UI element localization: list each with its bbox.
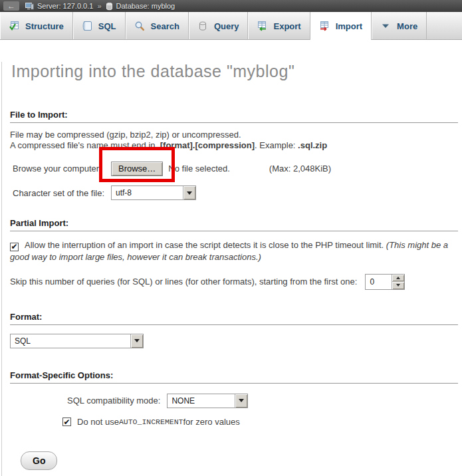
spin-up-icon[interactable]	[392, 275, 404, 282]
auto-increment-label-prefix: Do not use	[77, 417, 119, 427]
back-arrow-icon[interactable]: ←	[3, 1, 19, 11]
format-selected-value: SQL	[11, 334, 130, 348]
sql-compat-select[interactable]: NONE	[167, 394, 248, 408]
browse-row: Browse your computer: Browse… No file se…	[10, 160, 459, 177]
breadcrumb: ← Server: 127.0.0.1 » Database: myblog	[0, 0, 462, 12]
auto-increment-keyword: AUTO_INCREMENT	[119, 417, 183, 426]
skip-queries-label: Skip this number of queries (for SQL) or…	[10, 277, 357, 287]
charset-select[interactable]: utf-8	[111, 185, 196, 200]
export-icon	[257, 21, 267, 31]
breadcrumb-database[interactable]: Database: myblog	[116, 2, 175, 10]
auto-increment-row: ✔Do not use AUTO_INCREMENT for zero valu…	[10, 417, 459, 427]
page-title: Importing into the database "myblog"	[11, 62, 459, 81]
allow-interruption-checkbox[interactable]: ✔	[10, 243, 19, 251]
tab-label: Query	[214, 21, 239, 31]
charset-selected-value: utf-8	[112, 186, 183, 199]
spin-down-icon[interactable]	[392, 281, 404, 289]
skip-queries-input[interactable]: 0	[365, 274, 405, 290]
filename-pattern: .[format].[compression]	[158, 140, 255, 150]
tab-more[interactable]: More	[372, 12, 427, 40]
max-size-note: (Max: 2,048KiB)	[269, 164, 331, 174]
tab-label: SQL	[98, 21, 116, 31]
filename-example: .sql.zip	[298, 140, 327, 150]
breadcrumb-separator: »	[97, 2, 101, 10]
allow-interruption-row: ✔Allow the interruption of an import in …	[10, 239, 459, 263]
tab-export[interactable]: Export	[248, 12, 310, 40]
sql-compat-label: SQL compatibility mode:	[67, 396, 160, 406]
go-button[interactable]: Go	[21, 451, 57, 470]
tab-query[interactable]: Query	[189, 12, 249, 40]
tab-structure[interactable]: Structure	[0, 12, 73, 40]
server-icon	[25, 2, 34, 11]
tab-label: More	[397, 21, 417, 31]
format-row: SQL	[10, 334, 459, 348]
chevron-down-icon[interactable]	[235, 394, 247, 408]
tab-sql[interactable]: SQL	[73, 12, 126, 40]
auto-increment-label-suffix: for zero values	[183, 417, 240, 427]
query-icon	[197, 21, 208, 31]
sql-icon	[82, 21, 92, 31]
browse-button[interactable]: Browse…	[111, 162, 163, 176]
sql-compat-selected-value: NONE	[168, 394, 235, 408]
chevron-down-icon[interactable]	[130, 334, 143, 348]
skip-queries-value: 0	[366, 275, 392, 289]
tab-label: Export	[273, 21, 300, 31]
filename-note-mid: . Example:	[255, 140, 298, 150]
charset-row: Character set of the file: utf-8	[10, 185, 459, 200]
auto-increment-checkbox[interactable]: ✔	[62, 417, 71, 426]
tab-label: Search	[151, 21, 179, 31]
search-icon	[134, 21, 145, 31]
no-file-selected-text: No file selected.	[168, 164, 230, 174]
section-heading-file-to-import: File to Import:	[10, 110, 458, 123]
file-import-notes: File may be compressed (gzip, bzip2, zip…	[10, 130, 459, 151]
charset-label: Character set of the file:	[13, 188, 111, 198]
tab-bar: Structure SQL Search Query	[0, 12, 462, 40]
tab-label: Import	[336, 21, 362, 31]
breadcrumb-server[interactable]: Server: 127.0.0.1	[37, 2, 93, 10]
database-icon	[106, 2, 113, 11]
tab-import[interactable]: Import	[310, 12, 372, 40]
main-content: Importing into the database "myblog" Fil…	[1, 62, 462, 476]
chevron-down-icon[interactable]	[183, 186, 195, 199]
format-select[interactable]: SQL	[10, 334, 144, 348]
section-heading-format: Format:	[10, 312, 458, 325]
tab-search[interactable]: Search	[126, 12, 189, 40]
spinner-buttons	[392, 275, 404, 289]
import-icon	[319, 21, 330, 31]
filename-note-prefix: A compressed file's name must end in	[10, 140, 158, 150]
tab-label: Structure	[25, 21, 64, 31]
browse-label: Browse your computer:	[13, 164, 111, 174]
skip-queries-row: Skip this number of queries (for SQL) or…	[10, 274, 459, 290]
structure-icon	[9, 21, 19, 31]
section-heading-partial-import: Partial Import:	[10, 218, 458, 231]
allow-interruption-label: Allow the interruption of an import in c…	[25, 240, 386, 250]
compression-note: File may be compressed (gzip, bzip2, zip…	[10, 130, 241, 140]
chevron-down-icon	[380, 21, 391, 31]
section-heading-format-options: Format-Specific Options:	[10, 370, 458, 384]
sql-compat-row: SQL compatibility mode: NONE	[10, 394, 459, 408]
